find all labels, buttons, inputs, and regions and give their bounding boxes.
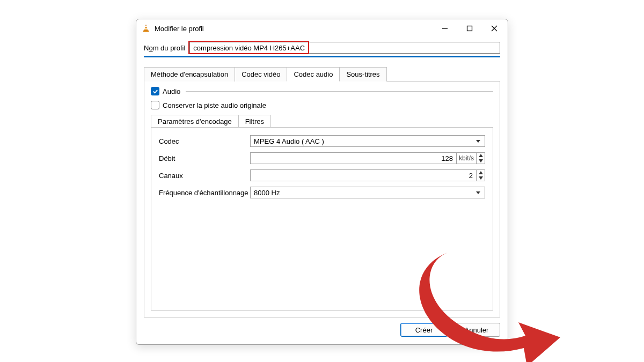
keep-original-checkbox[interactable] xyxy=(151,101,159,109)
bitrate-spinbox[interactable]: kbit/s xyxy=(250,152,485,164)
create-button[interactable]: Créer xyxy=(400,323,448,337)
channels-step-up[interactable] xyxy=(477,170,485,175)
tab-audio-codec[interactable]: Codec audio xyxy=(287,67,340,82)
cancel-button[interactable]: Annuler xyxy=(453,323,500,337)
titlebar: Modifier le profil xyxy=(136,19,508,38)
panel-encoding-params: Codec MPEG 4 Audio ( AAC ) Débit kbit/s xyxy=(151,127,493,311)
profile-name-label: Nom du profil xyxy=(144,44,185,52)
audio-enable-checkbox[interactable] xyxy=(151,87,159,95)
chevron-down-icon xyxy=(475,189,481,196)
svg-marker-12 xyxy=(479,176,483,180)
svg-marker-8 xyxy=(476,140,480,143)
tab-encoding-params[interactable]: Paramètres d'encodage xyxy=(151,115,239,128)
svg-rect-3 xyxy=(143,31,149,32)
svg-rect-2 xyxy=(144,28,148,29)
minimize-button[interactable] xyxy=(433,20,457,36)
tab-filters[interactable]: Filtres xyxy=(238,115,271,128)
keep-original-label: Conserver la piste audio originale xyxy=(163,101,266,109)
bitrate-step-down[interactable] xyxy=(477,158,485,164)
vlc-cone-icon xyxy=(142,24,150,33)
svg-rect-1 xyxy=(145,26,148,27)
codec-select[interactable]: MPEG 4 Audio ( AAC ) xyxy=(250,135,485,147)
tab-video-codec[interactable]: Codec vidéo xyxy=(235,67,287,82)
channels-input[interactable] xyxy=(250,169,477,181)
tabs-main: Méthode d'encapsulation Codec vidéo Code… xyxy=(144,67,500,82)
close-button[interactable] xyxy=(482,20,507,36)
tab-subtitles[interactable]: Sous-titres xyxy=(339,67,386,82)
channels-step-down[interactable] xyxy=(477,175,485,181)
tab-encapsulation[interactable]: Méthode d'encapsulation xyxy=(144,67,235,82)
channels-label: Canaux xyxy=(159,172,250,180)
window-title: Modifier le profil xyxy=(155,25,204,33)
svg-marker-0 xyxy=(144,25,148,31)
panel-audio: Audio Conserver la piste audio originale… xyxy=(144,81,500,317)
svg-rect-5 xyxy=(467,26,472,31)
svg-marker-10 xyxy=(479,159,483,162)
profile-name-input[interactable] xyxy=(189,42,500,54)
dialog-edit-profile: Modifier le profil Nom du profil Méthode… xyxy=(136,19,508,345)
bitrate-input[interactable] xyxy=(250,152,457,164)
svg-marker-9 xyxy=(479,154,483,157)
bitrate-step-up[interactable] xyxy=(477,153,485,158)
codec-label: Codec xyxy=(159,137,250,145)
svg-marker-11 xyxy=(479,171,483,174)
samplerate-label: Fréquence d'échantillonnage xyxy=(159,189,250,197)
bitrate-label: Débit xyxy=(159,154,250,162)
channels-spinbox[interactable] xyxy=(250,169,485,181)
svg-marker-13 xyxy=(476,191,480,194)
chevron-down-icon xyxy=(475,138,481,144)
dialog-footer: Créer Annuler xyxy=(136,317,508,344)
samplerate-select[interactable]: 8000 Hz xyxy=(250,187,485,198)
bitrate-unit: kbit/s xyxy=(457,152,477,164)
audio-enable-label: Audio xyxy=(163,87,180,95)
tabs-encoding: Paramètres d'encodage Filtres xyxy=(151,115,493,128)
maximize-button[interactable] xyxy=(457,20,482,36)
